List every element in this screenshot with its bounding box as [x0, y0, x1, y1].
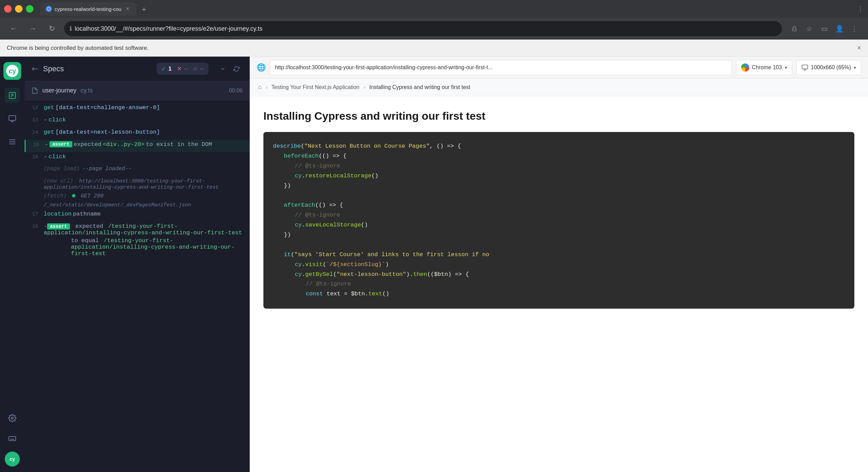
code-line-9: }) — [273, 230, 845, 240]
cypress-panel: Specs ✓ 1 ✕ -- ○ -- — [25, 57, 250, 472]
test-results-badge: ✓ 1 ✕ -- ○ -- — [157, 63, 208, 75]
cypress-sidebar: cy cy — [0, 57, 25, 472]
line-content: (page load) --page loaded-- — [44, 166, 249, 172]
secure-icon: ℹ — [70, 25, 72, 32]
check-icon: ✓ — [161, 65, 166, 72]
reload-button[interactable]: ↻ — [45, 22, 59, 35]
code-line-13: // @ts-ignore — [273, 279, 845, 289]
browser-selector[interactable]: Chrome 103 ▾ — [736, 60, 792, 75]
resolution-text: 1000x660 (65%) — [811, 64, 851, 71]
code-line-11: cy.visit(`/${sectionSlug}`) — [273, 260, 845, 270]
pending-count: -- — [200, 66, 204, 72]
sidebar-item-settings[interactable] — [5, 411, 20, 426]
test-log: 12 get [data-test=challenge-answer-0] 13… — [25, 100, 249, 472]
cypress-icon: cy — [9, 67, 16, 75]
log-line-14[interactable]: 14 get [data-test=next-lesson-button] — [25, 128, 249, 140]
line-number: 15 — [26, 141, 45, 148]
log-line-17[interactable]: 17 location pathname — [25, 209, 249, 222]
profile-button[interactable]: 👤 — [833, 22, 846, 35]
code-line-14: const text = $btn.text() — [273, 289, 845, 299]
breadcrumb-parent[interactable]: Testing Your First Next.js Application — [272, 84, 360, 90]
tab-title: cypress-realworld-testing-cou — [55, 6, 121, 12]
viewport-panel: 🌐 http://localhost:3000/testing-your-fir… — [250, 57, 868, 472]
new-tab-button[interactable]: + — [138, 3, 150, 16]
viewport-content: ⌂ › Testing Your First Next.js Applicati… — [250, 78, 868, 472]
info-bar-close-button[interactable]: × — [857, 44, 861, 52]
file-icon — [31, 87, 38, 94]
code-line-1: describe("Next Lesson Button on Course P… — [273, 142, 845, 151]
svg-point-11 — [11, 417, 13, 419]
line-number: 16 — [25, 153, 44, 160]
assert-badge: assert — [49, 141, 72, 147]
log-line-13[interactable]: 13 -click — [25, 115, 249, 128]
log-line-newurl[interactable]: (new url) http://localhost:3000/testing-… — [25, 177, 249, 192]
log-line-fetch[interactable]: (fetch) GET 200 /_next/static/developmen… — [25, 192, 249, 209]
fullscreen-button[interactable] — [26, 5, 33, 13]
home-icon[interactable]: ⌂ — [258, 84, 262, 91]
viewport-toolbar: 🌐 http://localhost:3000/testing-your-fir… — [250, 57, 868, 78]
viewport-url-bar[interactable]: http://localhost:3000/testing-your-first… — [270, 60, 732, 75]
tab-close-button[interactable]: × — [124, 5, 131, 12]
code-line-8: cy.saveLocalStorage() — [273, 220, 845, 230]
browser-menu-icon[interactable]: ⋮ — [857, 5, 864, 13]
refresh-button[interactable] — [230, 63, 243, 75]
viewport-url-text: http://localhost:3000/testing-your-first… — [275, 64, 493, 71]
avatar-icon: cy — [10, 456, 15, 462]
tab-favicon — [46, 6, 52, 12]
resolution-selector[interactable]: 1000x660 (65%) ▾ — [796, 60, 861, 75]
cypress-logo[interactable]: cy — [3, 62, 21, 80]
sidebar-item-runs[interactable] — [5, 111, 20, 126]
sidebar-bottom: cy — [5, 411, 20, 467]
log-line-12[interactable]: 12 get [data-test=challenge-answer-0] — [25, 103, 249, 115]
cy-file-bar: user-journey cy.ts 00:06 — [25, 81, 249, 100]
breadcrumb: ⌂ › Testing Your First Next.js Applicati… — [250, 78, 868, 96]
line-content: -assert expected <div..py-20> to exist i… — [45, 141, 249, 148]
active-tab[interactable]: cypress-realworld-testing-cou × — [40, 2, 136, 16]
sidebar-item-keyboard[interactable] — [5, 431, 20, 446]
breadcrumb-chevron-1: › — [266, 85, 267, 90]
dropdown-button[interactable] — [217, 63, 229, 75]
assert-badge-2: assert — [47, 223, 70, 230]
log-line-16[interactable]: 16 -click — [25, 152, 249, 164]
minimize-button[interactable] — [15, 5, 23, 13]
back-button[interactable]: ← — [7, 22, 20, 35]
log-line-18[interactable]: 18 -assert expected /testing-your-first-… — [25, 222, 249, 258]
code-line-blank2 — [273, 240, 845, 250]
specs-title: Specs — [43, 64, 64, 73]
info-bar-message: Chrome is being controlled by automated … — [7, 45, 149, 51]
resolution-chevron-icon: ▾ — [854, 65, 856, 70]
log-line-pageload[interactable]: (page load) --page loaded-- — [25, 164, 249, 177]
bookmark-button[interactable]: ☆ — [802, 22, 816, 35]
user-avatar[interactable]: cy — [5, 452, 20, 467]
resolution-icon — [801, 64, 808, 71]
address-bar[interactable]: ℹ localhost:3000/__/#/specs/runner?file=… — [64, 21, 782, 36]
svg-rect-5 — [9, 116, 16, 120]
svg-rect-14 — [802, 65, 808, 69]
line-number: 18 — [25, 223, 44, 230]
cy-header-controls — [217, 63, 243, 75]
code-line-10: it("says 'Start Course' and links to the… — [273, 250, 845, 260]
specs-icon — [31, 65, 39, 73]
line-number — [25, 178, 44, 179]
sidebar-item-list[interactable] — [5, 134, 20, 149]
line-content: (fetch) GET 200 /_next/static/developmen… — [44, 193, 249, 208]
breadcrumb-chevron-2: › — [363, 85, 365, 90]
tab-search-button[interactable]: ▭ — [818, 22, 831, 35]
code-line-3: // @ts-ignore — [273, 161, 845, 171]
omnibox-bar: ← → ↻ ℹ localhost:3000/__/#/specs/runner… — [0, 18, 868, 40]
share-button[interactable]: ⎙ — [787, 22, 801, 35]
log-line-15[interactable]: 15 -assert expected <div..py-20> to exis… — [25, 140, 249, 152]
forward-button[interactable]: → — [26, 22, 40, 35]
line-number: 17 — [25, 211, 44, 217]
more-button[interactable]: ⋮ — [848, 22, 861, 35]
traffic-lights — [4, 5, 33, 13]
tabs-bar: cypress-realworld-testing-cou × + — [40, 2, 854, 16]
omnibox-actions: ⎙ ☆ ▭ 👤 ⋮ — [787, 22, 861, 35]
cy-header: Specs ✓ 1 ✕ -- ○ -- — [25, 57, 249, 81]
line-content: -click — [44, 153, 249, 160]
line-number: 13 — [25, 117, 44, 123]
fileext: cy.ts — [81, 87, 93, 94]
svg-point-0 — [47, 7, 50, 11]
close-button[interactable] — [4, 5, 12, 13]
sidebar-item-specs[interactable] — [5, 88, 20, 103]
